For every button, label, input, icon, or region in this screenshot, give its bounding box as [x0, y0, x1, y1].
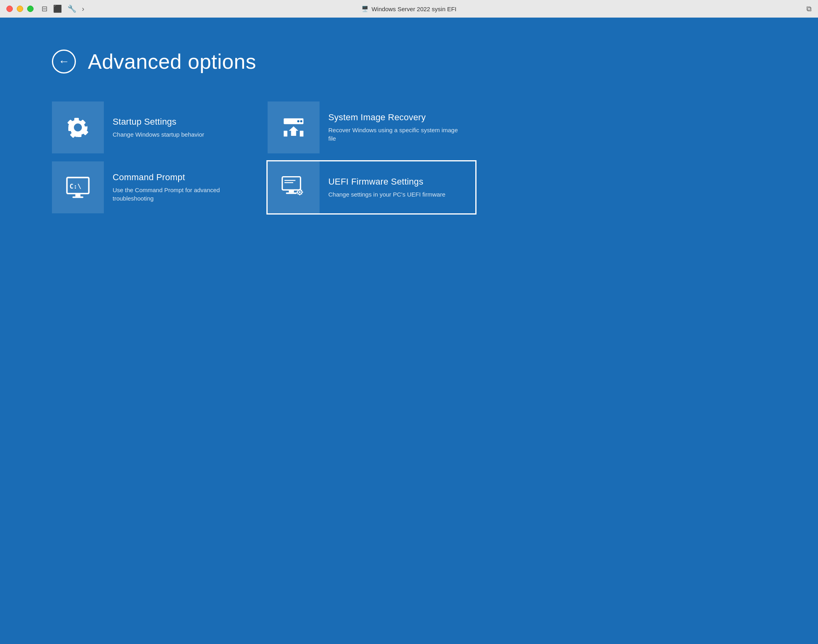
- startup-settings-desc: Change Windows startup behavior: [113, 130, 204, 139]
- system-image-card[interactable]: System Image Recovery Recover Windows us…: [268, 101, 475, 153]
- back-button[interactable]: ←: [52, 50, 76, 74]
- minimize-button[interactable]: [17, 6, 23, 12]
- page-title: Advanced options: [88, 50, 256, 74]
- startup-settings-card[interactable]: Startup Settings Change Windows startup …: [52, 101, 260, 153]
- titlebar-vm-icon: 🖥️: [361, 6, 368, 12]
- command-prompt-text: Command Prompt Use the Command Prompt fo…: [104, 161, 260, 213]
- system-image-text: System Image Recovery Recover Windows us…: [320, 101, 475, 153]
- svg-text:C:\: C:\: [69, 183, 81, 190]
- close-button[interactable]: [6, 6, 13, 12]
- uefi-firmware-card[interactable]: UEFI Firmware Settings Change settings i…: [268, 161, 475, 213]
- forward-nav-icon[interactable]: ›: [82, 5, 84, 13]
- system-image-icon-box: [268, 101, 320, 153]
- command-prompt-icon-box: C:\: [52, 161, 104, 213]
- page-header: ← Advanced options: [52, 50, 818, 74]
- traffic-lights: [6, 6, 34, 12]
- gear-icon: [65, 115, 91, 140]
- options-grid: Startup Settings Change Windows startup …: [52, 101, 818, 213]
- svg-point-4: [300, 120, 302, 122]
- svg-rect-2: [284, 131, 287, 137]
- svg-marker-1: [289, 126, 298, 136]
- titlebar: ⊟ ⬛ 🔧 › 🖥️ Windows Server 2022 sysin EFI…: [0, 0, 818, 18]
- sidebar-toggle-icon[interactable]: ⊟: [42, 4, 48, 13]
- startup-settings-text: Startup Settings Change Windows startup …: [104, 101, 213, 153]
- svg-point-15: [299, 191, 301, 193]
- titlebar-text: Windows Server 2022 sysin EFI: [371, 6, 457, 12]
- uefi-firmware-desc: Change settings in your PC's UEFI firmwa…: [328, 190, 445, 199]
- uefi-firmware-title: UEFI Firmware Settings: [328, 177, 445, 187]
- titlebar-right-icon: ⧉: [806, 5, 812, 13]
- system-image-desc: Recover Windows using a specific system …: [328, 126, 467, 143]
- back-nav-icon[interactable]: 🔧: [68, 4, 76, 13]
- command-prompt-card[interactable]: C:\ Command Prompt Use the Command Promp…: [52, 161, 260, 213]
- cmd-icon: C:\: [65, 175, 91, 200]
- startup-settings-title: Startup Settings: [113, 117, 204, 127]
- svg-rect-10: [72, 197, 83, 198]
- titlebar-title: 🖥️ Windows Server 2022 sysin EFI: [361, 6, 457, 12]
- vm-icon[interactable]: ⬛: [53, 4, 62, 13]
- svg-rect-25: [286, 193, 297, 194]
- svg-rect-11: [282, 177, 301, 190]
- svg-point-5: [297, 120, 299, 122]
- svg-rect-9: [75, 194, 81, 197]
- svg-rect-24: [289, 190, 294, 192]
- maximize-button[interactable]: [27, 6, 34, 12]
- back-arrow-icon: ←: [58, 55, 69, 68]
- uefi-firmware-text: UEFI Firmware Settings Change settings i…: [320, 161, 454, 213]
- system-image-icon: [281, 115, 306, 140]
- system-image-title: System Image Recovery: [328, 112, 467, 123]
- uefi-firmware-icon-box: [268, 161, 320, 213]
- uefi-icon: [281, 175, 306, 200]
- svg-rect-3: [300, 131, 304, 137]
- command-prompt-desc: Use the Command Prompt for advanced trou…: [113, 186, 251, 203]
- main-content: ← Advanced options Startup Settings Chan…: [0, 18, 818, 644]
- startup-settings-icon-box: [52, 101, 104, 153]
- titlebar-controls: ⊟ ⬛ 🔧 ›: [42, 4, 84, 13]
- command-prompt-title: Command Prompt: [113, 172, 251, 183]
